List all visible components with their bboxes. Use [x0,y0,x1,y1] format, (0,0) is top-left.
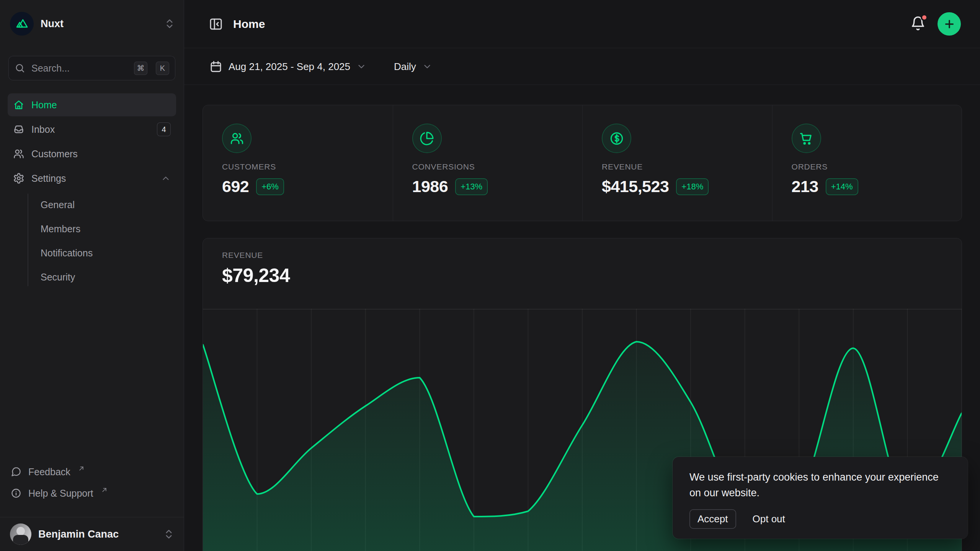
sidebar-nav: Home Inbox 4 [8,93,176,290]
sidebar-item-label: Settings [31,173,154,184]
inbox-icon [13,124,24,135]
stat-customers: CUSTOMERS 692 +6% [203,105,393,221]
stat-value: $415,523 [602,177,669,196]
sidebar-item-notifications[interactable]: Notifications [8,241,176,265]
users-icon [13,148,24,160]
stat-value: 213 [792,177,818,196]
revenue-panel-value: $79,234 [222,264,962,287]
nuxt-logo [10,12,34,36]
stat-revenue: REVENUE $415,523 +18% [582,105,772,221]
add-button[interactable] [938,12,961,36]
stat-label: CONVERSIONS [412,162,583,171]
sidebar-item-label: Customers [31,148,171,160]
stat-value: 692 [222,177,249,196]
home-icon [13,99,24,111]
sidebar-item-customers[interactable]: Customers [8,142,176,165]
stat-conversions: CONVERSIONS 1986 +13% [393,105,583,221]
filter-bar: Aug 21, 2025 - Sep 4, 2025 Daily [184,49,980,85]
feedback-label: Feedback [28,466,70,478]
sidebar-item-security[interactable]: Security [8,265,176,289]
stat-label: ORDERS [792,162,962,171]
avatar [10,523,31,545]
sidebar-collapse-icon[interactable] [209,17,223,31]
chevron-down-icon [422,62,432,72]
search-icon [15,63,25,73]
search-input[interactable]: Search... ⌘ K [8,56,175,80]
sidebar-item-settings[interactable]: Settings [8,167,176,190]
workspace-switcher[interactable]: Nuxt [10,11,175,36]
settings-subnav: General Members Notifications Security [8,191,176,290]
search-placeholder: Search... [31,63,128,74]
opt-out-button[interactable]: Opt out [753,513,785,525]
sidebar-bottom: Feedback Help & Support [0,461,184,551]
stat-label: CUSTOMERS [222,162,393,171]
sidebar-item-label: Home [31,99,171,111]
accept-button[interactable]: Accept [689,509,736,529]
dashboard-screen: Nuxt Search... ⌘ K [0,0,980,551]
kbd-cmd: ⌘ [134,62,147,75]
sidebar-item-home[interactable]: Home [8,93,176,116]
user-menu[interactable]: Benjamin Canac [0,517,184,551]
notification-dot [921,14,928,21]
sidebar-item-label: Inbox [31,124,150,135]
cookie-banner: We use first-party cookies to enhance yo… [673,457,968,539]
user-name: Benjamin Canac [38,528,156,540]
stat-delta-badge: +18% [676,178,709,195]
info-circle-icon [11,488,21,499]
cart-icon [792,124,821,153]
notifications-button[interactable] [910,15,926,33]
users-icon [222,124,252,153]
cookie-message: We use first-party cookies to enhance yo… [689,469,946,501]
kbd-k: K [156,62,169,75]
external-link-icon [101,487,108,493]
date-range-picker[interactable]: Aug 21, 2025 - Sep 4, 2025 [209,60,366,73]
top-header: Home [184,0,980,48]
plus-icon [943,18,956,30]
gear-icon [13,173,24,184]
feedback-link[interactable]: Feedback [8,461,176,483]
stat-delta-badge: +6% [256,178,284,195]
revenue-panel-label: REVENUE [222,251,962,260]
granularity-value: Daily [394,61,416,73]
workspace-name: Nuxt [41,18,157,30]
external-link-icon [78,465,85,472]
chevron-up-icon [161,173,171,183]
sidebar-item-members[interactable]: Members [8,217,176,241]
chat-bubble-icon [11,466,21,477]
help-support-label: Help & Support [28,488,93,499]
pie-chart-icon [412,124,442,153]
dollar-circle-icon [602,124,631,153]
chevrons-up-down-icon [163,528,175,540]
granularity-select[interactable]: Daily [394,61,432,73]
help-support-link[interactable]: Help & Support [8,483,176,504]
date-range-value: Aug 21, 2025 - Sep 4, 2025 [229,61,350,73]
calendar-icon [209,60,222,73]
stat-orders: ORDERS 213 +14% [772,105,962,221]
sidebar-item-general[interactable]: General [8,193,176,217]
page-title: Home [233,18,265,31]
sidebar: Nuxt Search... ⌘ K [0,0,184,551]
stat-delta-badge: +13% [455,178,488,195]
inbox-count-badge: 4 [157,122,171,136]
chevron-down-icon [356,62,366,72]
stats-card: CUSTOMERS 692 +6% CONVERSIONS 1986 +13% [203,105,962,221]
stat-label: REVENUE [602,162,772,171]
chevrons-up-down-icon [164,18,175,29]
stat-delta-badge: +14% [826,178,858,195]
stat-value: 1986 [412,177,448,196]
sidebar-item-inbox[interactable]: Inbox 4 [8,118,176,141]
